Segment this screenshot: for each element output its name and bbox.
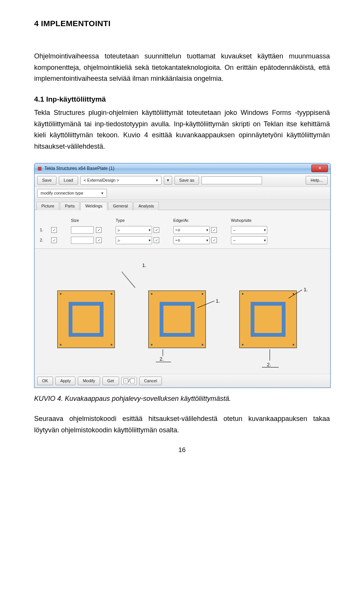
- design-caret-button[interactable]: ▾: [164, 176, 172, 185]
- dialog-footer: OK Apply Modify Get ✓ / Cancel: [35, 374, 330, 388]
- toggle-pair[interactable]: ✓ /: [121, 377, 137, 385]
- edge-checkbox[interactable]: ✓: [154, 237, 159, 243]
- wshop-combo[interactable]: — ▾: [231, 236, 267, 244]
- row-number: 2.: [40, 238, 49, 242]
- header-edge: Edge/Ar.: [173, 218, 209, 223]
- callout-2b: 2.: [267, 362, 271, 367]
- chevron-down-icon: ▾: [149, 228, 151, 232]
- paragraph-1: Ohjelmointivaiheessa toteutetaan suunnit…: [34, 51, 330, 85]
- close-button[interactable]: ✕: [311, 165, 328, 172]
- toggle-slash: /: [129, 378, 130, 383]
- paragraph-2: Tekla Structures plugin-ohjelmien käyttö…: [34, 107, 330, 152]
- modify-connection-label: modify connection type: [41, 191, 83, 195]
- window-titlebar: ▦ Tekla Structures x64 BasePlate (1) ✕: [35, 163, 330, 174]
- edge-checkbox[interactable]: ✓: [154, 227, 159, 233]
- type-checkbox[interactable]: ✓: [96, 237, 102, 243]
- edge-combo[interactable]: ⟜o ▾: [173, 236, 210, 244]
- callout-1: 1.: [142, 262, 146, 268]
- paragraph-3: Seuraava ohjelmistokoodi esittää hitsauk…: [34, 413, 330, 436]
- chevron-down-icon: ▾: [206, 228, 208, 232]
- callout-1b: 1.: [216, 298, 220, 304]
- apply-button[interactable]: Apply: [55, 377, 76, 385]
- header-wshop: Wshop/site: [231, 218, 267, 223]
- type-combo[interactable]: ▷ ▾: [116, 226, 152, 234]
- header-size: Size: [71, 218, 94, 223]
- chevron-down-icon: ▾: [264, 228, 266, 232]
- site-weld-icon: —: [233, 228, 235, 232]
- page-number: 16: [34, 446, 330, 454]
- design-combo-value: < ExternalDesign >: [84, 178, 119, 182]
- tab-strip: Picture Parts Weldings General Analysis: [35, 199, 330, 210]
- design-combo[interactable]: < ExternalDesign > ▾: [80, 176, 162, 185]
- tab-picture[interactable]: Picture: [36, 202, 59, 210]
- tab-body-weldings: Size Type Edge/Ar. Wshop/site 1. ✓ ✓ ▷ ▾…: [35, 210, 330, 248]
- plate-3: [239, 290, 297, 348]
- chevron-down-icon: ▾: [167, 177, 169, 183]
- callout-2: 2.: [160, 356, 164, 362]
- weld-row-1: 1. ✓ ✓ ▷ ▾ ✓ ⟜o ▾ ✓ — ▾: [39, 225, 326, 235]
- toggle-off-icon: [130, 378, 135, 383]
- get-button[interactable]: Get: [102, 377, 119, 385]
- row-number: 1.: [40, 228, 49, 232]
- subsection-heading: 4.1 Inp-käyttöliittymä: [34, 95, 330, 104]
- save-as-button[interactable]: Save as: [174, 176, 199, 185]
- load-button[interactable]: Load: [59, 176, 78, 185]
- weld-symbol-icon: ▷: [118, 238, 120, 242]
- cancel-button[interactable]: Cancel: [139, 377, 162, 385]
- type-checkbox[interactable]: ✓: [96, 227, 102, 233]
- chevron-down-icon: ▾: [100, 191, 105, 196]
- wshop-combo[interactable]: — ▾: [231, 226, 267, 234]
- ok-button[interactable]: OK: [37, 377, 53, 385]
- plate-2: [148, 290, 206, 348]
- tab-weldings[interactable]: Weldings: [80, 202, 107, 210]
- plate-1: [57, 290, 115, 348]
- modify-button[interactable]: Modify: [78, 377, 100, 385]
- save-as-input[interactable]: [201, 176, 262, 184]
- modify-connection-type-combo[interactable]: modify connection type ▾: [37, 189, 107, 198]
- toolbar-top: Save Load < ExternalDesign > ▾ ▾ Save as…: [35, 174, 330, 187]
- grid-header: Size Type Edge/Ar. Wshop/site: [39, 217, 326, 225]
- type-combo[interactable]: ▷ ▾: [116, 236, 152, 244]
- weld-row-2: 2. ✓ ✓ ▷ ▾ ✓ ⟜o ▾ ✓ — ▾: [39, 235, 326, 245]
- around-icon: ⟜o: [176, 228, 180, 232]
- size-input[interactable]: [71, 226, 94, 234]
- toolbar-second: modify connection type ▾: [35, 187, 330, 199]
- section-heading: 4 IMPLEMENTOINTI: [34, 19, 330, 28]
- weld-symbol-icon: ▷: [118, 228, 120, 232]
- wshop-checkbox[interactable]: ✓: [211, 237, 217, 243]
- chevron-down-icon: ▾: [206, 238, 208, 242]
- tab-analysis[interactable]: Analysis: [133, 202, 159, 210]
- picture-panel: 1. 1. 2. 1. 2.: [35, 248, 330, 374]
- window-title: Tekla Structures x64 BasePlate (1): [44, 166, 311, 171]
- edge-combo[interactable]: ⟜o ▾: [173, 226, 210, 234]
- chevron-down-icon: ▾: [264, 238, 266, 242]
- app-icon: ▦: [37, 166, 42, 171]
- size-checkbox[interactable]: ✓: [51, 237, 57, 243]
- tab-parts[interactable]: Parts: [60, 202, 80, 210]
- size-input[interactable]: [71, 237, 94, 244]
- size-checkbox[interactable]: ✓: [51, 227, 57, 233]
- tekla-dialog-window: ▦ Tekla Structures x64 BasePlate (1) ✕ S…: [34, 163, 331, 388]
- around-icon: ⟜o: [176, 238, 180, 242]
- site-weld-icon: —: [233, 238, 235, 242]
- toggle-on-icon: ✓: [123, 378, 128, 383]
- save-button[interactable]: Save: [37, 176, 56, 185]
- chevron-down-icon: ▾: [154, 178, 160, 183]
- wshop-checkbox[interactable]: ✓: [211, 227, 217, 233]
- tab-general[interactable]: General: [108, 202, 133, 210]
- figure-caption: KUVIO 4. Kuvakaappaus pohjalevy-sovelluk…: [34, 395, 330, 403]
- close-icon: ✕: [318, 166, 322, 171]
- header-type: Type: [116, 218, 151, 223]
- help-button[interactable]: Help...: [306, 176, 328, 185]
- chevron-down-icon: ▾: [149, 238, 151, 242]
- callout-1c: 1.: [304, 287, 308, 292]
